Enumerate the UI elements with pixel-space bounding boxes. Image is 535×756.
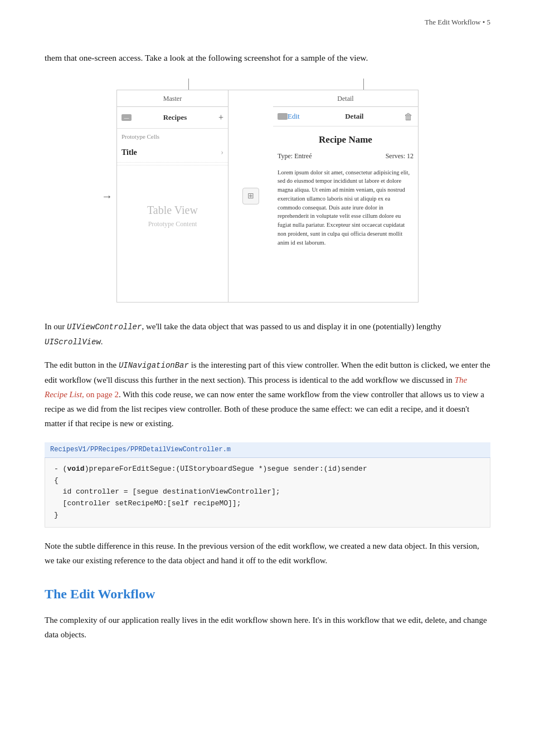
page-title-header: The Edit Workflow [425,18,481,26]
connector-icon: ⊞ [242,188,259,204]
serves-label: Serves: 12 [386,151,414,162]
table-view-label: Table View [147,201,198,219]
inline-code-uinavigationbar: UINavigationBar [119,361,189,370]
section-heading: The Edit Workflow [45,583,490,604]
section-body: The complexity of our application really… [45,613,490,642]
detail-edit-button[interactable]: Edit [288,111,300,123]
title-row: Title › [117,143,228,163]
master-panel-label: Master [117,90,228,107]
master-panel: Master — Recipes + Prototype Cells Title… [117,90,228,302]
diagram-wrapper: → Master — Recipes + Prototype Cells [45,79,490,303]
storyboard-diagram: → Master — Recipes + Prototype Cells [116,90,419,303]
inline-code-uiscrollview: UIScrollView [45,338,101,347]
recipe-body-text: Lorem ipsum dolor sit amet, consectetur … [273,166,418,250]
master-recipes-label: Recipes [132,112,218,124]
master-top-bar: — Recipes + [117,107,228,129]
left-arrow-icon: → [101,187,113,205]
chevron-icon: › [221,147,223,159]
code-void-keyword: void [67,465,84,473]
detail-top-bar: Edit Detail 🗑 [273,107,418,126]
detail-panel: Detail Edit Detail 🗑 Recipe Name Type: E… [273,90,418,302]
master-add-button[interactable]: + [218,110,223,125]
detail-trash-icon[interactable]: 🗑 [403,110,414,123]
detail-minus-button[interactable] [278,113,288,120]
page-number: 5 [487,18,491,26]
recipe-name-heading: Recipe Name [273,126,418,149]
recipe-list-link[interactable]: The Recipe List, on page 2 [45,375,467,399]
master-minus-button[interactable]: — [121,114,132,121]
header-separator: • [483,18,487,26]
code-filename: RecipesV1/PPRecipes/PPRDetailViewControl… [45,442,490,458]
prototype-content-label: Prototype Content [148,219,197,230]
master-center-area: Table View Prototype Content [117,168,228,241]
recipe-meta: Type: Entreé Serves: 12 [273,150,418,166]
type-label: Type: Entreé [278,151,312,162]
inline-code-uiviewcontroller: UIViewController [67,323,142,331]
page-header: The Edit Workflow • 5 [45,17,490,40]
code-block: - (void)prepareForEditSegue:(UIStoryboar… [45,458,490,528]
title-label: Title [121,147,137,159]
note-paragraph: Note the subtle difference in this reuse… [45,539,490,568]
dotted-divider [117,165,228,165]
top-line-right [363,79,364,90]
detail-panel-label: Detail [273,90,418,107]
connector-lines-top [116,79,420,90]
prototype-cells-label: Prototype Cells [117,129,228,143]
detail-label: Detail [305,111,403,123]
paragraph-1: In our UIViewController, we'll take the … [45,319,490,349]
paragraph-2: The edit button in the UINavigationBar i… [45,358,490,431]
top-line-left [188,79,189,90]
intro-paragraph: them that one-screen access. Take a look… [45,51,490,65]
page-container: The Edit Workflow • 5 them that one-scre… [0,0,535,756]
connector-area: ⊞ [228,90,273,302]
